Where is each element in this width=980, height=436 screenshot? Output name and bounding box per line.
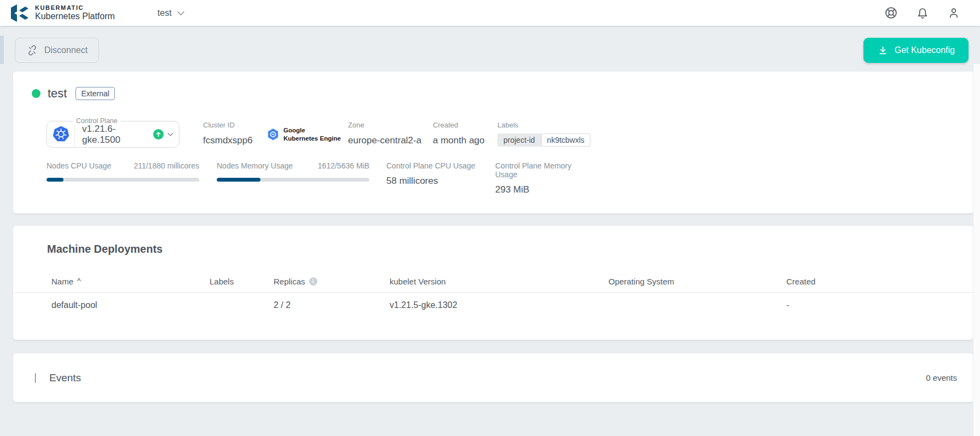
replicas-info-icon[interactable]: i <box>309 277 317 286</box>
nodes-cpu-progress-fill <box>47 178 63 182</box>
nodes-cpu-usage-value: 211/1880 millicores <box>134 161 199 170</box>
get-kubeconfig-label: Get Kubeconfig <box>895 45 955 55</box>
page-scrollbar[interactable] <box>973 64 980 436</box>
kubermatic-logo-icon <box>10 3 30 24</box>
nodes-memory-usage-label: Nodes Memory Usage <box>217 161 293 170</box>
nodes-memory-progress-bar <box>217 178 369 182</box>
cp-cpu-usage-value: 58 millicores <box>386 176 478 187</box>
machine-deployment-row[interactable]: default-pool 2 / 2 v1.21.5-gke.1302 - <box>13 293 973 318</box>
nodes-memory-progress-fill <box>217 178 260 182</box>
machine-deployments-title: Machine Deployments <box>13 243 973 255</box>
control-plane-cpu-usage: Control Plane CPU Usage 58 millicores <box>386 161 478 195</box>
cluster-toolbar: Disconnect Get Kubeconfig <box>0 26 980 64</box>
user-account-icon[interactable] <box>947 7 960 20</box>
control-plane-label: Control Plane <box>73 117 120 125</box>
created-value: a month ago <box>433 135 497 146</box>
events-title: Events <box>49 372 81 384</box>
events-count: 0 events <box>926 373 957 382</box>
cluster-health-dot <box>32 89 40 98</box>
disconnect-label: Disconnect <box>44 45 88 55</box>
get-kubeconfig-button[interactable]: Get Kubeconfig <box>863 38 969 63</box>
project-selector-label: test <box>158 8 172 18</box>
cluster-type-badge: External <box>76 87 114 100</box>
deployment-created: - <box>786 300 973 310</box>
nodes-cpu-usage-label: Nodes CPU Usage <box>47 161 111 170</box>
cp-memory-usage-label: Control Plane Memory Usage <box>495 161 587 179</box>
column-name[interactable]: Name <box>51 277 73 286</box>
cluster-summary-card: test External Control Plane <box>13 72 973 213</box>
sort-ascending-icon[interactable]: ^ <box>77 277 81 286</box>
column-created[interactable]: Created <box>786 277 973 286</box>
zone-label: Zone <box>348 121 433 129</box>
column-replicas[interactable]: Replicas <box>274 277 305 286</box>
machine-deployments-table-header: Name ^ Labels Replicas i kubelet Version… <box>13 270 973 293</box>
control-plane-memory-usage: Control Plane Memory Usage 293 MiB <box>495 161 587 195</box>
help-icon[interactable] <box>884 6 898 20</box>
top-nav: KUBERMATIC Kubernetes Platform test <box>0 0 980 26</box>
gke-logo-icon <box>267 128 279 141</box>
kubernetes-logo-icon <box>47 121 75 147</box>
column-labels[interactable]: Labels <box>210 277 274 286</box>
control-plane-version: v1.21.6-gke.1500 <box>82 124 148 146</box>
disconnect-button[interactable]: Disconnect <box>15 38 99 63</box>
cp-memory-usage-value: 293 MiB <box>495 184 587 195</box>
notifications-bell-icon[interactable] <box>916 7 929 20</box>
deployment-name: default-pool <box>51 300 210 310</box>
brand-subtitle: Kubernetes Platform <box>35 11 115 21</box>
created-label: Created <box>433 121 497 129</box>
side-accent-bar <box>0 36 4 64</box>
nodes-cpu-progress-bar <box>47 178 199 182</box>
unlink-icon <box>26 44 38 56</box>
project-selector[interactable]: test <box>158 8 183 18</box>
provider-logo: Google Kubernetes Engine <box>267 126 348 142</box>
label-chip-key: project-id <box>497 133 541 147</box>
chevron-down-icon <box>177 8 184 15</box>
cluster-id-label: Cluster ID <box>203 121 267 129</box>
cluster-name: test <box>48 86 67 101</box>
provider-name-line2: Kubernetes Engine <box>283 135 341 142</box>
cp-cpu-usage-label: Control Plane CPU Usage <box>386 161 478 170</box>
chevron-down-icon <box>168 131 173 136</box>
nodes-cpu-usage: Nodes CPU Usage 211/1880 millicores <box>47 161 199 195</box>
control-plane-version-select[interactable]: Control Plane <box>47 121 179 148</box>
chevron-down-icon <box>35 373 36 383</box>
deployment-replicas: 2 / 2 <box>274 300 390 310</box>
events-expand-button[interactable] <box>35 373 36 383</box>
label-chip: project-id nk9tcbwxls <box>497 133 590 147</box>
deployment-kubelet-version: v1.21.5-gke.1302 <box>390 300 608 310</box>
cluster-id-value: fcsmdxspp6 <box>203 135 267 146</box>
upgrade-available-icon[interactable] <box>153 129 164 139</box>
machine-deployments-card: Machine Deployments Name ^ Labels Replic… <box>13 226 973 340</box>
brand[interactable]: KUBERMATIC Kubernetes Platform <box>10 3 115 24</box>
column-operating-system[interactable]: Operating System <box>608 277 786 286</box>
label-chip-value: nk9tcbwxls <box>541 133 590 147</box>
download-icon <box>877 45 889 56</box>
events-card: Events 0 events <box>13 353 973 402</box>
nodes-memory-usage-value: 1612/5636 MiB <box>318 161 369 170</box>
nodes-memory-usage: Nodes Memory Usage 1612/5636 MiB <box>217 161 369 195</box>
brand-name: KUBERMATIC <box>35 4 115 11</box>
provider-name-line1: Google <box>283 126 341 134</box>
zone-value: europe-central2-a <box>348 135 433 146</box>
labels-label: Labels <box>497 121 590 129</box>
column-kubelet-version[interactable]: kubelet Version <box>390 277 608 286</box>
